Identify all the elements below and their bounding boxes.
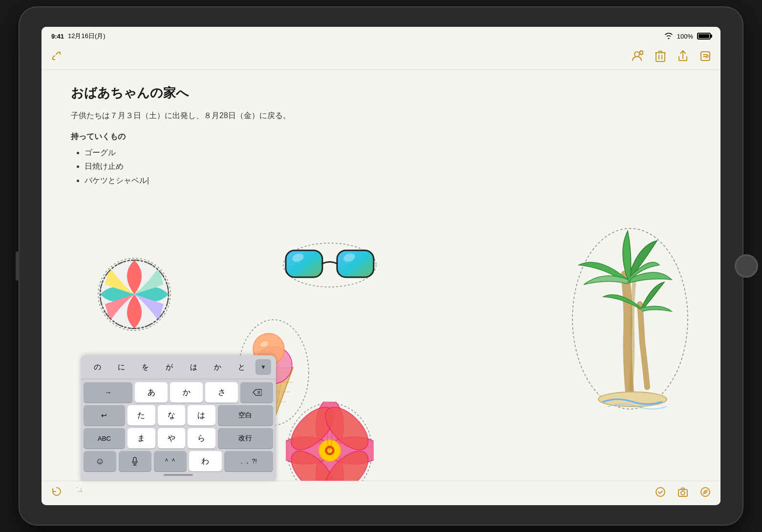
suggestion-が[interactable]: が — [157, 361, 181, 374]
redo-button[interactable] — [72, 487, 83, 500]
svg-point-14 — [598, 392, 667, 407]
mic-key[interactable] — [119, 451, 151, 471]
suggestion-は[interactable]: は — [182, 361, 206, 374]
key-ま[interactable]: ま — [127, 428, 155, 449]
share-button[interactable] — [677, 50, 688, 65]
battery-fill — [698, 34, 709, 38]
side-button[interactable] — [16, 251, 20, 281]
list-item: バケツとシャベル — [85, 174, 691, 188]
top-toolbar — [42, 45, 720, 70]
space-key[interactable]: 空白 — [218, 405, 273, 426]
note-section-title: 持っていくもの — [71, 132, 691, 142]
key-row-3: ABC ま や ら 改行 — [84, 428, 273, 449]
suggestion-か[interactable]: か — [206, 361, 230, 374]
abc-key[interactable]: ABC — [84, 428, 125, 449]
key-か[interactable]: か — [170, 382, 203, 403]
svg-point-0 — [635, 52, 639, 57]
keyboard-suggestions: の に を が は か と ▼ — [81, 355, 276, 379]
undo-key[interactable]: ↩ — [84, 405, 125, 426]
flower-sticker — [286, 402, 374, 481]
punct-key[interactable]: 、。?! — [224, 451, 273, 471]
key-な[interactable]: な — [158, 405, 186, 426]
suggestion-と[interactable]: と — [230, 361, 254, 374]
emoji-key[interactable]: ☺ — [84, 451, 116, 471]
key-は[interactable]: は — [188, 405, 215, 426]
svg-point-42 — [656, 488, 665, 496]
key-row-1: → あ か さ — [84, 382, 273, 403]
key-や[interactable]: や — [158, 428, 186, 449]
note-title: おばあちゃんの家へ — [71, 84, 691, 102]
beach-ball-sticker — [95, 255, 173, 333]
bottom-right — [655, 487, 711, 500]
home-button-inner — [736, 256, 757, 276]
key-さ[interactable]: さ — [205, 382, 238, 403]
status-time: 9:41 — [51, 33, 64, 40]
svg-point-44 — [681, 491, 685, 495]
battery-icon — [697, 33, 711, 40]
compress-button[interactable] — [51, 51, 62, 64]
list-item: ゴーグル — [85, 146, 691, 160]
keyboard-rows: → あ か さ ↩ た な は — [81, 379, 276, 481]
enter-key[interactable]: 改行 — [218, 428, 273, 449]
keyboard-handle — [164, 474, 193, 476]
svg-point-46 — [705, 491, 706, 493]
status-bar: 9:41 12月16日(月) 100% — [42, 27, 720, 45]
key-ら[interactable]: ら — [188, 428, 215, 449]
key-あ[interactable]: あ — [135, 382, 168, 403]
undo-button[interactable] — [51, 487, 62, 500]
status-right: 100% — [664, 32, 711, 41]
key-row-2: ↩ た な は 空白 — [84, 405, 273, 426]
delete-button[interactable] — [655, 50, 666, 65]
home-button[interactable] — [735, 254, 758, 278]
edit-button[interactable] — [700, 51, 711, 64]
add-person-button[interactable] — [631, 50, 643, 65]
svg-rect-10 — [337, 250, 374, 277]
checkmark-button[interactable] — [655, 487, 666, 500]
suggestion-の[interactable]: の — [85, 361, 109, 374]
ipad-screen: 9:41 12月16日(月) 100% — [42, 27, 720, 505]
svg-rect-39 — [133, 457, 136, 462]
svg-rect-9 — [286, 250, 322, 277]
pen-button[interactable] — [700, 487, 711, 500]
ipad-frame: 9:41 12月16日(月) 100% — [20, 7, 742, 525]
note-list: ゴーグル 日焼け止め バケツとシャベル — [71, 146, 691, 188]
bottom-left — [51, 487, 83, 500]
status-date: 12月16日(月) — [68, 32, 106, 41]
svg-rect-2 — [656, 53, 665, 61]
camera-button[interactable] — [677, 487, 688, 500]
delete-key[interactable] — [240, 382, 273, 403]
list-item: 日焼け止め — [85, 160, 691, 174]
suggestion-を[interactable]: を — [133, 361, 157, 374]
tab-key[interactable]: → — [84, 382, 132, 403]
suggestion-に[interactable]: に — [109, 361, 133, 374]
palm-tree-sticker — [569, 226, 691, 411]
kata-key[interactable]: ＾＾ — [154, 451, 187, 471]
note-body: 子供たちは７月３日（土）に出発し、８月28日（金）に戻る。 — [71, 109, 691, 122]
chevron-expand-button[interactable]: ▼ — [255, 359, 271, 375]
key-わ[interactable]: わ — [189, 451, 222, 471]
bottom-toolbar — [42, 481, 720, 505]
key-た[interactable]: た — [127, 405, 155, 426]
toolbar-right — [631, 50, 711, 65]
battery-percent: 100% — [677, 33, 693, 40]
wifi-icon — [664, 32, 673, 41]
key-row-4: ☺ ＾＾ わ 、。?! — [84, 451, 273, 471]
sunglasses-sticker — [281, 241, 379, 289]
keyboard-container[interactable]: の に を が は か と ▼ → あ か さ — [81, 355, 276, 481]
